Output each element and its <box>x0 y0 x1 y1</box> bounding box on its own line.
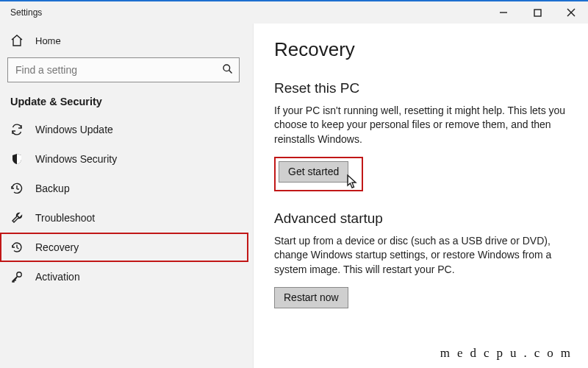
svg-point-10 <box>17 272 21 277</box>
get-started-highlight: Get started <box>274 157 363 191</box>
sidebar-item-activation[interactable]: Activation <box>0 262 248 291</box>
cursor-icon <box>347 174 359 191</box>
sidebar-item-label: Windows Security <box>35 153 117 165</box>
svg-line-9 <box>17 248 19 250</box>
restart-now-button[interactable]: Restart now <box>274 287 348 308</box>
sidebar-item-windows-update[interactable]: Windows Update <box>0 115 248 144</box>
reset-body: If your PC isn't running well, resetting… <box>274 104 581 146</box>
sidebar-nav: Windows Update Windows Security Backup <box>0 115 248 291</box>
key-icon <box>10 270 24 283</box>
advanced-heading: Advanced startup <box>274 210 581 227</box>
sidebar-item-recovery[interactable]: Recovery <box>0 233 248 262</box>
maximize-button[interactable] <box>520 1 554 24</box>
sidebar: Home Find a setting Update & Security Wi… <box>0 24 254 368</box>
sidebar-item-windows-security[interactable]: Windows Security <box>0 144 248 174</box>
content-pane: Recovery Reset this PC If your PC isn't … <box>254 24 588 368</box>
sidebar-home[interactable]: Home <box>0 28 248 54</box>
backup-icon <box>10 182 24 195</box>
sidebar-item-label: Recovery <box>35 241 79 253</box>
sidebar-item-label: Backup <box>35 183 70 194</box>
watermark: medcpu.com <box>440 346 578 361</box>
page-title: Recovery <box>274 38 581 61</box>
reset-heading: Reset this PC <box>274 80 581 96</box>
sidebar-item-label: Activation <box>35 271 80 283</box>
advanced-body: Start up from a device or disc (such as … <box>274 234 581 277</box>
search-icon <box>222 63 233 77</box>
close-button[interactable] <box>554 1 588 24</box>
sidebar-home-label: Home <box>35 35 61 46</box>
search-placeholder: Find a setting <box>15 64 222 76</box>
sidebar-item-backup[interactable]: Backup <box>0 174 248 203</box>
home-icon <box>10 34 24 47</box>
sync-icon <box>10 123 24 136</box>
window-controls <box>487 1 588 24</box>
titlebar: Settings <box>0 1 588 24</box>
sidebar-item-label: Troubleshoot <box>35 212 95 224</box>
svg-line-5 <box>229 71 232 74</box>
minimize-button[interactable] <box>487 1 520 24</box>
search-input[interactable]: Find a setting <box>7 57 240 82</box>
history-icon <box>10 241 24 254</box>
sidebar-item-troubleshoot[interactable]: Troubleshoot <box>0 203 248 233</box>
window-title: Settings <box>10 7 42 18</box>
sidebar-item-label: Windows Update <box>35 124 113 135</box>
get-started-button[interactable]: Get started <box>279 161 348 183</box>
wrench-icon <box>10 211 24 224</box>
sidebar-section-header: Update & Security <box>0 91 248 115</box>
svg-point-4 <box>223 65 230 71</box>
shield-icon <box>10 152 24 166</box>
svg-rect-1 <box>534 10 541 16</box>
